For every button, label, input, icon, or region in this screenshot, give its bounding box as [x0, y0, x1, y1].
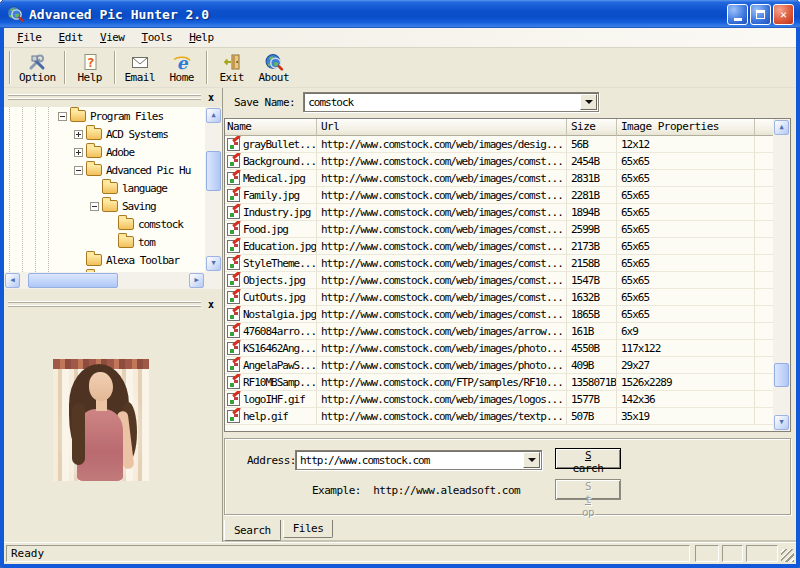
exit-button[interactable]: Exit — [211, 49, 253, 86]
tree-item[interactable]: tom — [4, 233, 205, 251]
image-properties: 65x65 — [617, 238, 755, 255]
close-panel-icon[interactable]: x — [204, 299, 218, 311]
tree-item[interactable]: Adobe — [4, 143, 205, 161]
file-url: http://www.comstock.com/web/images/comst… — [317, 170, 567, 187]
tab-files[interactable]: Files — [283, 520, 334, 538]
table-row[interactable]: grayBullet...http://www.comstock.com/web… — [225, 136, 773, 153]
table-row[interactable]: Nostalgia.jpghttp://www.comstock.com/web… — [225, 306, 773, 323]
menu-help[interactable]: Help — [181, 29, 222, 46]
table-row[interactable]: Medical.jpghttp://www.comstock.com/web/i… — [225, 170, 773, 187]
maximize-button[interactable] — [750, 4, 771, 25]
preview-image — [53, 359, 149, 481]
tree-toggle-minus-icon[interactable] — [74, 166, 83, 175]
row-filler — [755, 255, 773, 272]
about-button[interactable]: About — [253, 49, 295, 86]
image-file-icon — [227, 308, 240, 321]
panel-gripper[interactable] — [8, 94, 201, 101]
image-file-icon — [227, 325, 240, 338]
tree-item[interactable]: Advanced Pic Hu — [4, 161, 205, 179]
table-row[interactable]: Family.jpghttp://www.comstock.com/web/im… — [225, 187, 773, 204]
left-panel: x Program FilesACD SystemsAdobeAdvanced … — [4, 88, 223, 542]
image-properties: 65x65 — [617, 272, 755, 289]
file-name: CutOuts.jpg — [243, 291, 305, 304]
preview-panel-header[interactable]: x — [8, 298, 218, 311]
tree-vertical-scrollbar[interactable]: ▲ ▼ — [205, 107, 222, 272]
tree-toggle-plus-icon[interactable] — [74, 130, 83, 139]
table-row[interactable]: help.gifhttp://www.comstock.com/web/imag… — [225, 408, 773, 425]
tree-item-label: Program Files — [90, 110, 163, 123]
table-row[interactable]: RF10MBSamp...http://www.comstock.com/FTP… — [225, 374, 773, 391]
scroll-thumb[interactable] — [206, 151, 221, 191]
scroll-up-button[interactable]: ▲ — [774, 120, 789, 135]
file-url: http://www.comstock.com/web/images/comst… — [317, 289, 567, 306]
title-bar[interactable]: Advanced Pic Hunter 2.0 ✕ — [0, 0, 800, 28]
minimize-button[interactable] — [727, 4, 748, 25]
table-row[interactable]: Background...http://www.comstock.com/web… — [225, 153, 773, 170]
home-button[interactable]: e Home — [161, 49, 203, 86]
address-combo[interactable]: http://www.comstock.com — [295, 450, 542, 470]
column-header-name[interactable]: Name — [225, 119, 317, 136]
svg-text:?: ? — [87, 54, 94, 69]
scroll-right-button[interactable]: ▶ — [189, 273, 204, 288]
table-row[interactable]: Food.jpghttp://www.comstock.com/web/imag… — [225, 221, 773, 238]
tree-horizontal-scrollbar[interactable]: ◀ ▶ — [4, 272, 205, 289]
scroll-down-button[interactable]: ▼ — [774, 415, 789, 430]
tree-panel-header[interactable]: x — [8, 91, 218, 104]
tree-item[interactable]: Program Files — [4, 107, 205, 125]
column-header-image-properties[interactable]: Image Properties — [617, 119, 755, 136]
menu-tools[interactable]: Tools — [134, 29, 181, 46]
file-name: Education.jpg — [243, 240, 316, 253]
email-button[interactable]: Email — [119, 49, 161, 86]
toolbar-separator — [64, 51, 66, 84]
image-properties: 65x65 — [617, 289, 755, 306]
close-button[interactable]: ✕ — [773, 4, 794, 25]
save-name-combo[interactable]: comstock — [303, 92, 599, 112]
table-row[interactable]: logoIHF.gifhttp://www.comstock.com/web/i… — [225, 391, 773, 408]
tree-item[interactable]: language — [4, 179, 205, 197]
table-row[interactable]: Industry.jpghttp://www.comstock.com/web/… — [225, 204, 773, 221]
tree-toggle-plus-icon[interactable] — [74, 148, 83, 157]
tree-toggle-minus-icon[interactable] — [90, 202, 99, 211]
scroll-thumb[interactable] — [774, 363, 789, 387]
tree-item[interactable]: comstock — [4, 215, 205, 233]
tree-item[interactable]: Saving — [4, 197, 205, 215]
table-row[interactable]: Education.jpghttp://www.comstock.com/web… — [225, 238, 773, 255]
column-header-url[interactable]: Url — [317, 119, 567, 136]
resize-grip[interactable] — [781, 549, 794, 562]
dropdown-arrow-icon[interactable] — [523, 452, 540, 468]
tree-item-label: tom — [138, 236, 155, 249]
image-file-icon — [227, 410, 240, 423]
menu-view[interactable]: View — [92, 29, 133, 46]
list-vertical-scrollbar[interactable]: ▲ ▼ — [773, 119, 790, 431]
search-button[interactable]: Search — [555, 448, 621, 469]
scroll-left-button[interactable]: ◀ — [5, 273, 20, 288]
scroll-down-button[interactable]: ▼ — [206, 256, 221, 271]
tab-search[interactable]: Search — [224, 520, 281, 541]
column-header-size[interactable]: Size — [567, 119, 617, 136]
stop-button[interactable]: Stop — [555, 479, 621, 500]
tree-item[interactable]: ACD Systems — [4, 125, 205, 143]
row-filler — [755, 272, 773, 289]
dropdown-arrow-icon[interactable] — [580, 94, 597, 110]
scroll-thumb[interactable] — [28, 273, 118, 288]
table-row[interactable]: StyleTheme...http://www.comstock.com/web… — [225, 255, 773, 272]
table-row[interactable]: 476084arro...http://www.comstock.com/web… — [225, 323, 773, 340]
file-size: 507B — [567, 408, 617, 425]
table-row[interactable]: KS16462Ang...http://www.comstock.com/web… — [225, 340, 773, 357]
tree-toggle-minus-icon[interactable] — [58, 112, 67, 121]
table-row[interactable]: Objects.jpghttp://www.comstock.com/web/i… — [225, 272, 773, 289]
help-button[interactable]: ? Help — [69, 49, 111, 86]
menu-edit[interactable]: Edit — [51, 29, 92, 46]
file-url: http://www.comstock.com/web/images/logos… — [317, 391, 567, 408]
close-panel-icon[interactable]: x — [204, 92, 218, 104]
panel-gripper[interactable] — [8, 301, 201, 308]
file-url: http://www.comstock.com/web/images/comst… — [317, 153, 567, 170]
scroll-up-button[interactable]: ▲ — [206, 108, 221, 123]
option-button[interactable]: Option — [14, 49, 61, 86]
menu-file[interactable]: File — [9, 29, 50, 46]
tree-item[interactable]: Alexa Toolbar — [4, 251, 205, 269]
table-row[interactable]: CutOuts.jpghttp://www.comstock.com/web/i… — [225, 289, 773, 306]
save-name-value[interactable]: comstock — [304, 96, 580, 109]
table-row[interactable]: AngelaPawS...http://www.comstock.com/web… — [225, 357, 773, 374]
address-value[interactable]: http://www.comstock.com — [296, 454, 523, 467]
